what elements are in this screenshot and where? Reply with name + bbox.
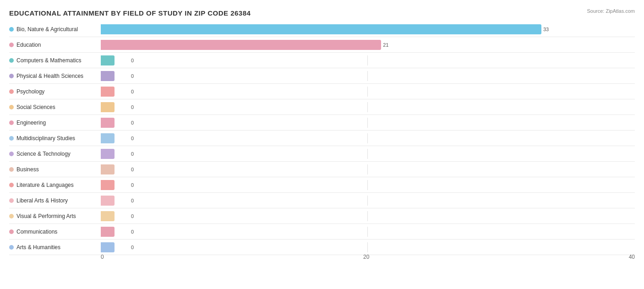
- bar-label: Business: [9, 166, 101, 173]
- bar-label: Liberal Arts & History: [9, 197, 101, 204]
- bar-label: Bio, Nature & Agricultural: [9, 26, 101, 33]
- bar-label-text: Business: [16, 166, 39, 173]
- bar-stub: [101, 149, 115, 159]
- bar-label-text: Computers & Mathematics: [16, 57, 81, 64]
- bar-label-text: Multidisciplinary Studies: [16, 135, 75, 142]
- bar-label-text: Visual & Performing Arts: [16, 213, 76, 219]
- bar-row: Visual & Performing Arts0: [9, 208, 635, 224]
- bar-track: 0: [101, 71, 635, 81]
- x-axis: 02040: [9, 252, 635, 260]
- bar-zero-label: 0: [131, 151, 134, 157]
- bar-zero-label: 0: [131, 198, 134, 203]
- bar-track: 0: [101, 133, 635, 143]
- bar-label: Social Sciences: [9, 104, 101, 110]
- bar-track: 0: [101, 55, 635, 65]
- chart-area: Bio, Nature & Agricultural33Education21C…: [9, 22, 635, 260]
- bar-fill: 21: [101, 40, 381, 50]
- bar-value-label: 33: [543, 27, 549, 32]
- bar-label-text: Arts & Humanities: [16, 244, 60, 251]
- bar-label: Communications: [9, 229, 101, 235]
- bar-label-text: Literature & Languages: [16, 182, 74, 188]
- bar-row: Literature & Languages0: [9, 177, 635, 193]
- bar-label: Arts & Humanities: [9, 244, 101, 251]
- bar-label: Multidisciplinary Studies: [9, 135, 101, 142]
- bar-row: Education21: [9, 37, 635, 53]
- bar-stub: [101, 227, 115, 237]
- bar-label-text: Liberal Arts & History: [16, 197, 68, 204]
- bar-row: Business0: [9, 162, 635, 177]
- bar-row: Bio, Nature & Agricultural33: [9, 22, 635, 37]
- x-tick: 40: [629, 254, 635, 260]
- bar-stub: [101, 102, 115, 112]
- bar-color-dot: [9, 43, 14, 47]
- bar-label-text: Science & Technology: [16, 151, 71, 157]
- bar-label: Visual & Performing Arts: [9, 213, 101, 219]
- x-tick: 20: [363, 254, 369, 260]
- bar-zero-label: 0: [131, 245, 134, 250]
- bar-color-dot: [9, 214, 14, 218]
- bar-row: Multidisciplinary Studies0: [9, 131, 635, 146]
- bar-track: 0: [101, 180, 635, 190]
- bar-track: 33: [101, 24, 635, 34]
- bar-label: Psychology: [9, 88, 101, 95]
- x-tick: 0: [101, 254, 104, 260]
- bar-label-text: Engineering: [16, 120, 46, 126]
- bar-zero-label: 0: [131, 104, 134, 110]
- bar-track: 0: [101, 164, 635, 174]
- bar-zero-label: 0: [131, 58, 134, 63]
- bar-color-dot: [9, 58, 14, 63]
- bar-track: 0: [101, 149, 635, 159]
- bar-stub: [101, 164, 115, 174]
- bar-stub: [101, 133, 115, 143]
- bar-color-dot: [9, 105, 14, 109]
- bar-label: Education: [9, 42, 101, 48]
- bar-color-dot: [9, 198, 14, 203]
- bar-fill: 33: [101, 24, 541, 34]
- bar-stub: [101, 71, 115, 81]
- bar-label-text: Education: [16, 42, 41, 48]
- bar-stub: [101, 118, 115, 128]
- bar-track: 21: [101, 40, 635, 50]
- bar-color-dot: [9, 167, 14, 172]
- bar-track: 0: [101, 196, 635, 206]
- bar-row: Computers & Mathematics0: [9, 53, 635, 68]
- bar-color-dot: [9, 27, 14, 32]
- bar-zero-label: 0: [131, 73, 134, 79]
- bars-wrapper: Bio, Nature & Agricultural33Education21C…: [9, 22, 635, 255]
- bar-zero-label: 0: [131, 120, 134, 125]
- bar-stub: [101, 55, 115, 65]
- bar-color-dot: [9, 136, 14, 141]
- bar-color-dot: [9, 183, 14, 187]
- bar-stub: [101, 242, 115, 252]
- chart-source: Source: ZipAtlas.com: [587, 8, 635, 14]
- bar-label-text: Physical & Health Sciences: [16, 73, 83, 79]
- bar-label-text: Communications: [16, 229, 57, 235]
- bar-label-text: Bio, Nature & Agricultural: [16, 26, 78, 33]
- bar-zero-label: 0: [131, 213, 134, 219]
- bar-value-label: 21: [383, 42, 388, 48]
- bar-stub: [101, 87, 115, 97]
- bar-color-dot: [9, 120, 14, 125]
- bar-label-text: Psychology: [16, 88, 44, 95]
- bar-row: Liberal Arts & History0: [9, 193, 635, 208]
- bar-row: Social Sciences0: [9, 99, 635, 115]
- bar-color-dot: [9, 89, 14, 94]
- bar-label: Computers & Mathematics: [9, 57, 101, 64]
- bar-track: 0: [101, 242, 635, 252]
- bar-row: Communications0: [9, 224, 635, 240]
- bar-color-dot: [9, 245, 14, 250]
- bar-zero-label: 0: [131, 182, 134, 188]
- bar-stub: [101, 180, 115, 190]
- bar-row: Physical & Health Sciences0: [9, 68, 635, 84]
- bar-color-dot: [9, 152, 14, 156]
- bar-label: Engineering: [9, 120, 101, 126]
- bar-track: 0: [101, 102, 635, 112]
- bar-row: Science & Technology0: [9, 146, 635, 162]
- bar-track: 0: [101, 227, 635, 237]
- bar-zero-label: 0: [131, 167, 134, 172]
- bar-label: Science & Technology: [9, 151, 101, 157]
- bar-track: 0: [101, 211, 635, 221]
- bar-zero-label: 0: [131, 136, 134, 141]
- bar-row: Psychology0: [9, 84, 635, 99]
- bar-label: Literature & Languages: [9, 182, 101, 188]
